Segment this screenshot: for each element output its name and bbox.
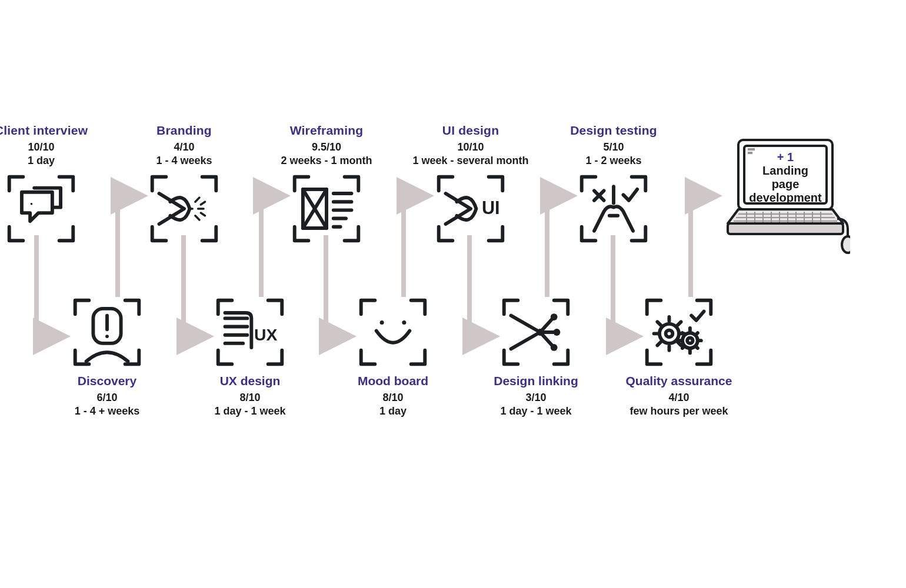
svg-point-9 <box>551 313 558 320</box>
final-label-line-3: development <box>744 191 827 203</box>
step-title: Client interview <box>0 123 100 138</box>
chat-bubbles-icon <box>6 174 76 243</box>
final-plus-one: + 1 <box>744 151 827 164</box>
check-x-pencil-icon <box>579 174 648 243</box>
step-score: 8/10 <box>191 392 309 404</box>
step-duration: 1 day <box>334 405 452 417</box>
step-duration: 1 day - 1 week <box>477 405 595 417</box>
step-duration: 1 week - several month <box>412 155 529 167</box>
step-duration: 1 - 4 weeks <box>125 155 243 167</box>
eye-sparkle-icon <box>149 174 219 243</box>
svg-point-10 <box>554 329 561 336</box>
smile-icon <box>358 298 428 367</box>
step-score: 9.5/10 <box>268 141 385 153</box>
svg-text:UX: UX <box>254 325 277 344</box>
step-score: 10/10 <box>412 141 529 153</box>
step-ux-design: UX UX design 8/10 1 day - 1 week <box>191 298 309 417</box>
step-title: UI design <box>412 123 529 138</box>
step-duration: 1 day <box>0 155 100 167</box>
step-title: Quality assurance <box>620 374 738 388</box>
gears-check-icon <box>644 298 714 367</box>
step-title: Wireframing <box>268 123 385 138</box>
step-client-interview: Client interview 10/10 1 day <box>0 123 100 243</box>
connector-arrows-svg <box>0 0 906 588</box>
step-score: 8/10 <box>334 392 452 404</box>
step-score: 5/10 <box>555 141 672 153</box>
step-title: Mood board <box>334 374 452 388</box>
eye-ui-icon: UI <box>436 174 505 243</box>
step-duration: 1 - 2 weeks <box>555 155 672 167</box>
step-duration: 1 - 4 + weeks <box>48 405 166 417</box>
step-score: 10/10 <box>0 141 100 153</box>
final-landing-page-dev: + 1 Landing page development <box>721 135 850 261</box>
svg-point-19 <box>842 236 850 253</box>
svg-point-12 <box>659 324 679 343</box>
step-duration: few hours per week <box>620 405 738 417</box>
step-duration: 2 weeks - 1 month <box>268 155 385 167</box>
step-discovery: Discovery 6/10 1 - 4 + weeks <box>48 298 166 417</box>
step-title: UX design <box>191 374 309 388</box>
hourglass-lines-icon <box>292 174 361 243</box>
step-title: Discovery <box>48 374 166 388</box>
computer-icon: + 1 Landing page development <box>721 135 850 259</box>
final-label-line-1: Landing <box>744 164 827 178</box>
svg-point-11 <box>551 344 558 351</box>
svg-point-7 <box>402 320 406 325</box>
step-title: Design linking <box>477 374 595 388</box>
step-mood-board: Mood board 8/10 1 day <box>334 298 452 417</box>
step-quality-assurance: Quality assurance 4/10 few hours per wee… <box>620 298 738 417</box>
diagram-stage: Client interview 10/10 1 day Branding 4/… <box>0 0 906 588</box>
person-alert-icon <box>72 298 142 367</box>
step-design-linking: Design linking 3/10 1 day - 1 week <box>477 298 595 417</box>
svg-point-0 <box>31 203 33 205</box>
step-wireframing: Wireframing 9.5/10 2 weeks - 1 month <box>268 123 385 243</box>
svg-point-15 <box>687 338 692 343</box>
svg-point-4 <box>105 335 109 338</box>
step-score: 3/10 <box>477 392 595 404</box>
step-design-testing: Design testing 5/10 1 - 2 weeks <box>555 123 672 243</box>
svg-point-8 <box>537 329 544 336</box>
step-title: Branding <box>125 123 243 138</box>
step-score: 4/10 <box>620 392 738 404</box>
step-duration: 1 day - 1 week <box>191 405 309 417</box>
final-label-line-2: page <box>744 178 827 191</box>
step-title: Design testing <box>555 123 672 138</box>
svg-rect-18 <box>728 223 843 234</box>
step-branding: Branding 4/10 1 - 4 weeks <box>125 123 243 243</box>
step-ui-design: UI design 10/10 1 week - several month U… <box>412 123 529 243</box>
step-score: 4/10 <box>125 141 243 153</box>
nodes-funnel-icon <box>501 298 571 367</box>
step-score: 6/10 <box>48 392 166 404</box>
svg-text:UI: UI <box>482 198 500 218</box>
hand-ux-icon: UX <box>215 298 285 367</box>
svg-point-13 <box>666 330 673 337</box>
svg-point-6 <box>380 320 384 325</box>
